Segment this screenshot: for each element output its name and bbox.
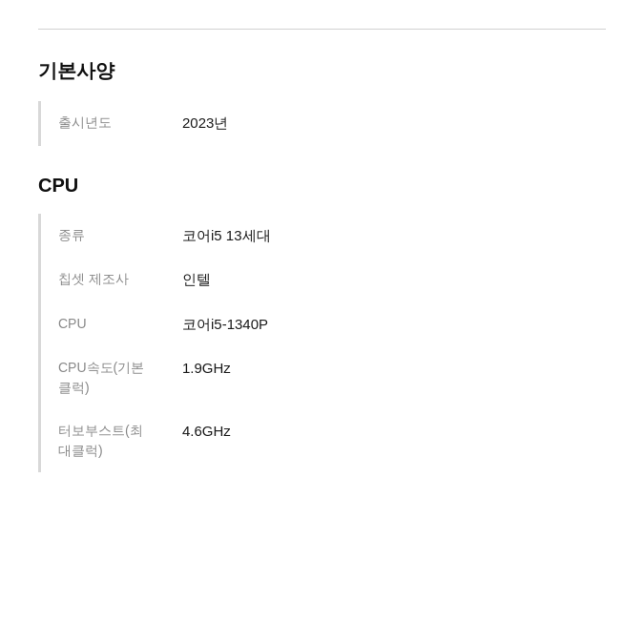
cpu-specs-group: 종류 코어i5 13세대 칩셋 제조사 인텔 CPU 코어i5-1340P CP… — [38, 214, 606, 473]
spec-value-cpu: 코어i5-1340P — [182, 314, 268, 336]
spec-label-type: 종류 — [58, 225, 182, 245]
spec-row-cpu: CPU 코어i5-1340P — [38, 302, 606, 347]
basic-specs-section: 기본사양 출시년도 2023년 — [38, 58, 606, 146]
spec-label-base-clock: CPU속도(기본클럭) — [58, 358, 182, 398]
spec-label-release-year: 출시년도 — [58, 113, 182, 133]
spec-row-release-year: 출시년도 2023년 — [38, 101, 606, 146]
spec-label-cpu: CPU — [58, 314, 182, 334]
page-container: 기본사양 출시년도 2023년 CPU 종류 코어i5 13세대 칩셋 제조사 … — [0, 0, 644, 510]
spec-value-chipset: 인텔 — [182, 269, 211, 291]
spec-value-release-year: 2023년 — [182, 113, 228, 135]
spec-label-turbo-boost: 터보부스트(최대클럭) — [58, 421, 182, 461]
spec-value-turbo-boost: 4.6GHz — [182, 421, 231, 443]
spec-row-type: 종류 코어i5 13세대 — [38, 214, 606, 259]
spec-label-chipset: 칩셋 제조사 — [58, 269, 182, 289]
spec-value-base-clock: 1.9GHz — [182, 358, 231, 380]
basic-specs-title: 기본사양 — [38, 58, 606, 84]
spec-row-base-clock: CPU속도(기본클럭) 1.9GHz — [38, 346, 606, 409]
cpu-title: CPU — [38, 175, 606, 197]
top-divider — [38, 29, 606, 30]
spec-row-turbo-boost: 터보부스트(최대클럭) 4.6GHz — [38, 409, 606, 472]
spec-row-chipset: 칩셋 제조사 인텔 — [38, 258, 606, 302]
cpu-section: CPU 종류 코어i5 13세대 칩셋 제조사 인텔 CPU 코어i5-1340… — [38, 175, 606, 473]
spec-value-type: 코어i5 13세대 — [182, 225, 271, 247]
